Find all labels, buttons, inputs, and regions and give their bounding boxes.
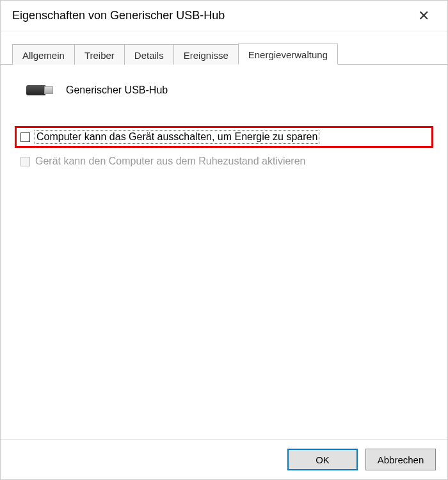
window-title: Eigenschaften von Generischer USB-Hub	[12, 9, 225, 22]
option-row-wake: Gerät kann den Computer aus dem Ruhezust…	[15, 153, 433, 170]
highlighted-option-row: Computer kann das Gerät ausschalten, um …	[15, 126, 433, 148]
cancel-button[interactable]: Abbrechen	[365, 449, 436, 470]
tab-general[interactable]: Allgemein	[12, 44, 75, 65]
close-icon[interactable]: ✕	[412, 6, 436, 26]
checkbox-allow-power-off[interactable]	[20, 132, 30, 142]
tab-driver[interactable]: Treiber	[74, 44, 125, 65]
tab-details[interactable]: Details	[124, 44, 174, 65]
tab-content: Generischer USB-Hub Computer kann das Ge…	[1, 65, 447, 439]
device-header: Generischer USB-Hub	[15, 80, 433, 100]
ok-button[interactable]: OK	[287, 449, 358, 470]
usb-plug-icon	[26, 80, 53, 100]
checkbox-allow-wake	[20, 157, 30, 166]
titlebar: Eigenschaften von Generischer USB-Hub ✕	[1, 1, 447, 31]
tabstrip: Allgemein Treiber Details Ereignisse Ene…	[1, 31, 447, 65]
tab-events[interactable]: Ereignisse	[173, 44, 239, 65]
tab-power-management[interactable]: Energieverwaltung	[238, 44, 338, 65]
label-allow-wake: Gerät kann den Computer aus dem Ruhezust…	[35, 156, 305, 167]
label-allow-power-off: Computer kann das Gerät ausschalten, um …	[35, 131, 319, 143]
properties-window: Eigenschaften von Generischer USB-Hub ✕ …	[0, 0, 448, 480]
device-name-label: Generischer USB-Hub	[66, 84, 168, 96]
dialog-footer: OK Abbrechen	[1, 439, 447, 479]
